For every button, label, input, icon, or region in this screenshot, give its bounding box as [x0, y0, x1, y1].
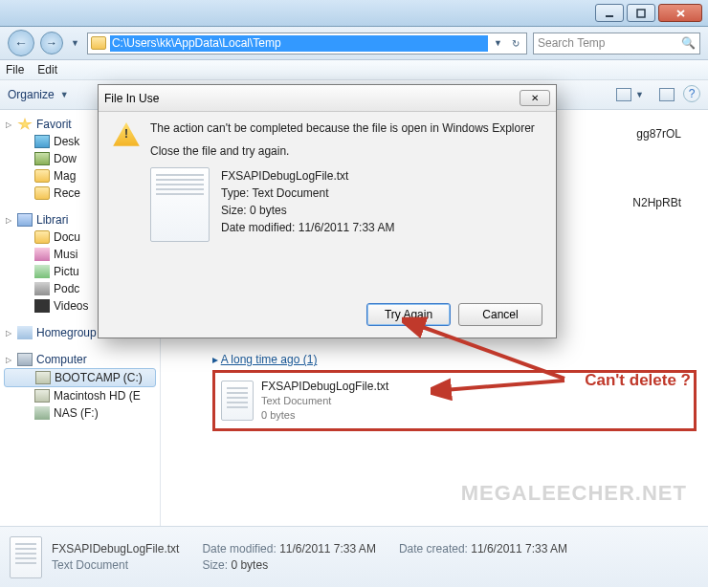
pictures-icon: [34, 265, 50, 278]
file-item-1[interactable]: gg87rOL: [636, 127, 681, 141]
desktop-icon: [34, 135, 50, 148]
file-type: Text Document: [261, 394, 388, 408]
file-size: 0 bytes: [261, 408, 388, 423]
text-file-icon: [221, 381, 254, 421]
text-file-icon: [10, 536, 42, 578]
drive-icon: [35, 371, 51, 384]
search-placeholder: Search Temp: [538, 36, 605, 50]
file-item-2[interactable]: N2HpRBt: [632, 196, 681, 209]
dialog-close-button[interactable]: ✕: [520, 90, 550, 106]
drive-icon: [34, 389, 50, 403]
group-header[interactable]: ▸ A long time ago (1): [212, 353, 697, 366]
details-type: Text Document: [52, 557, 179, 574]
folder-icon: [34, 186, 50, 200]
file-name: FXSAPIDebugLogFile.txt: [261, 379, 388, 394]
sidebar-bootcamp[interactable]: BOOTCAMP (C:): [4, 368, 156, 387]
videos-icon: [34, 299, 50, 313]
file-in-use-dialog: File In Use ✕ The action can't be comple…: [98, 84, 557, 338]
dialog-message-2: Close the file and try again.: [150, 144, 542, 158]
libraries-icon: [17, 213, 33, 227]
details-name: FXSAPIDebugLogFile.txt: [52, 541, 179, 557]
address-input[interactable]: [110, 35, 488, 52]
downloads-icon: [34, 152, 50, 165]
menu-edit[interactable]: Edit: [37, 63, 57, 76]
dialog-file-modified: Date modified: 11/6/2011 7:33 AM: [221, 219, 394, 236]
navbar: ← → ▼ ▼ ↻ Search Temp 🔍: [0, 27, 708, 60]
dialog-file-type: Type: Text Document: [221, 185, 394, 202]
address-bar[interactable]: ▼ ↻: [87, 33, 527, 54]
documents-icon: [34, 230, 50, 244]
organize-chevron-icon[interactable]: ▼: [58, 90, 71, 99]
details-pane: FXSAPIDebugLogFile.txt Text Document Dat…: [0, 527, 708, 587]
sidebar-computer[interactable]: Computer: [0, 351, 160, 368]
homegroup-icon: [17, 326, 33, 339]
podcasts-icon: [34, 282, 50, 295]
star-icon: [17, 118, 33, 131]
view-button[interactable]: ▼: [611, 85, 651, 104]
refresh-icon[interactable]: ↻: [508, 38, 523, 49]
organize-button[interactable]: Organize: [8, 88, 55, 101]
sidebar-nas[interactable]: NAS (F:): [0, 404, 160, 422]
dialog-message-1: The action can't be completed because th…: [150, 121, 542, 135]
minimize-button[interactable]: [595, 4, 624, 22]
music-icon: [34, 248, 50, 261]
warning-icon: [112, 121, 141, 148]
menubar: File Edit: [0, 60, 708, 80]
file-row[interactable]: FXSAPIDebugLogFile.txt Text Document 0 b…: [212, 370, 697, 431]
help-button[interactable]: ?: [683, 85, 700, 102]
maximize-button[interactable]: [627, 4, 655, 22]
folder-icon: [91, 36, 106, 50]
forward-button[interactable]: →: [40, 32, 63, 54]
dialog-file-size: Size: 0 bytes: [221, 202, 394, 219]
try-again-button[interactable]: Try Again: [366, 303, 451, 326]
dialog-file-name: FXSAPIDebugLogFile.txt: [221, 167, 394, 185]
svg-rect-1: [637, 10, 645, 17]
computer-icon: [17, 353, 33, 366]
search-icon: 🔍: [681, 36, 696, 50]
menu-file[interactable]: File: [6, 63, 24, 76]
watermark: MEGALEECHER.NET: [461, 481, 687, 506]
dialog-title: File In Use: [104, 92, 159, 105]
svg-rect-0: [606, 15, 613, 17]
folder-icon: [34, 169, 50, 183]
drive-icon: [34, 406, 50, 420]
sidebar-macintosh[interactable]: Macintosh HD (E: [0, 387, 160, 404]
close-button[interactable]: [658, 4, 702, 22]
cancel-button[interactable]: Cancel: [458, 303, 542, 326]
preview-pane-button[interactable]: [654, 85, 679, 104]
text-file-icon: [150, 167, 210, 242]
history-chevron-icon[interactable]: ▼: [69, 38, 81, 48]
address-chevron-icon[interactable]: ▼: [492, 38, 504, 48]
search-box[interactable]: Search Temp 🔍: [533, 33, 700, 54]
back-button[interactable]: ←: [8, 30, 34, 56]
titlebar: [0, 0, 708, 27]
